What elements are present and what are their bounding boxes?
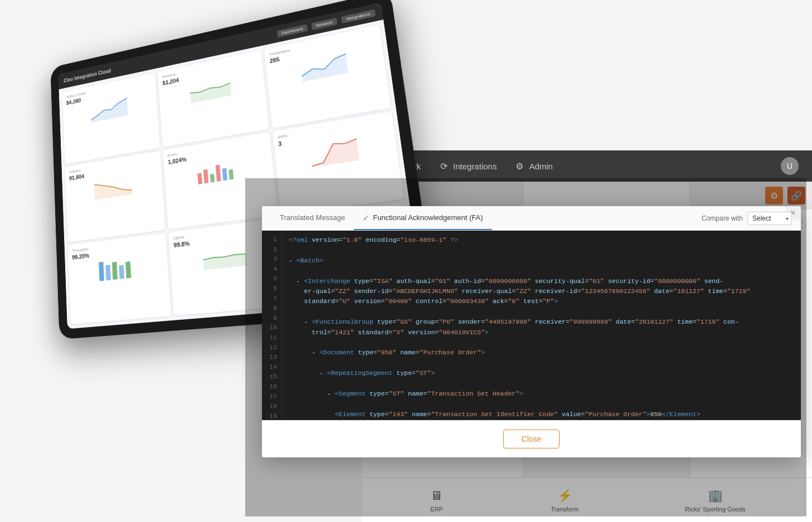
fa-check-icon: ✓: [363, 213, 369, 222]
integrations-icon: ⟳: [439, 161, 449, 171]
modal-backdrop: ✕ Translated Message ✓ Functional Acknow…: [245, 178, 806, 516]
svg-rect-8: [112, 262, 118, 280]
svg-rect-1: [203, 169, 208, 183]
dashboard-card-1: Today's Orders $4,380: [62, 72, 160, 164]
compare-with-label: Compare with: [702, 214, 743, 222]
user-avatar[interactable]: U: [781, 157, 799, 175]
modal-tabs: Translated Message ✓ Functional Acknowle…: [262, 206, 801, 231]
admin-icon: ⚙: [514, 161, 524, 171]
dashboard-card-2: Revenue $1,204: [158, 50, 269, 147]
tab-fa[interactable]: ✓ Functional Acknowledgement (FA): [354, 207, 492, 230]
tab-translated-message[interactable]: Translated Message: [271, 207, 354, 230]
tab-fa-label: Functional Acknowledgement (FA): [373, 213, 483, 222]
svg-rect-2: [210, 174, 215, 183]
nav-right-section: U: [781, 157, 799, 175]
svg-rect-4: [222, 168, 227, 181]
modal-footer: Close: [262, 420, 801, 457]
tablet-tab-integrations: Integrations: [341, 9, 376, 23]
dashboard-card-7: Throughput 99.20%: [68, 233, 171, 324]
top-nav: ⊕ Network ⟳ Integrations ⚙ Admin U: [362, 150, 812, 182]
svg-rect-9: [119, 265, 124, 279]
svg-rect-6: [99, 262, 104, 281]
compare-section: Compare with Select Option 1 Option 2: [702, 212, 792, 225]
nav-item-admin[interactable]: ⚙ Admin: [514, 161, 553, 171]
nav-item-integrations[interactable]: ⟳ Integrations: [439, 161, 497, 171]
xml-viewer-modal: ✕ Translated Message ✓ Functional Acknow…: [262, 206, 801, 457]
nav-label-integrations: Integrations: [453, 162, 497, 171]
tablet-tab-dashboard: Dashboard: [277, 24, 308, 37]
close-button[interactable]: Close: [503, 430, 560, 448]
tablet-tab-network: Network: [311, 17, 337, 30]
svg-rect-10: [125, 261, 131, 278]
compare-select[interactable]: Select Option 1 Option 2: [747, 212, 792, 225]
svg-rect-5: [229, 169, 234, 180]
dashboard-card-4: Partners 91,804: [65, 151, 166, 242]
svg-rect-0: [197, 173, 202, 184]
modal-code-body: 12345 678910 1112131415 1617181920 21222…: [262, 231, 801, 420]
code-content: <?xml version="1.0" encoding="iso-8859-1…: [282, 231, 801, 420]
svg-rect-7: [105, 265, 111, 280]
nav-label-admin: Admin: [529, 162, 553, 171]
line-numbers: 12345 678910 1112131415 1617181920 21222…: [262, 231, 282, 420]
svg-rect-3: [216, 164, 221, 181]
tab-translated-label: Translated Message: [280, 213, 345, 222]
compare-select-wrapper: Select Option 1 Option 2: [747, 212, 792, 225]
